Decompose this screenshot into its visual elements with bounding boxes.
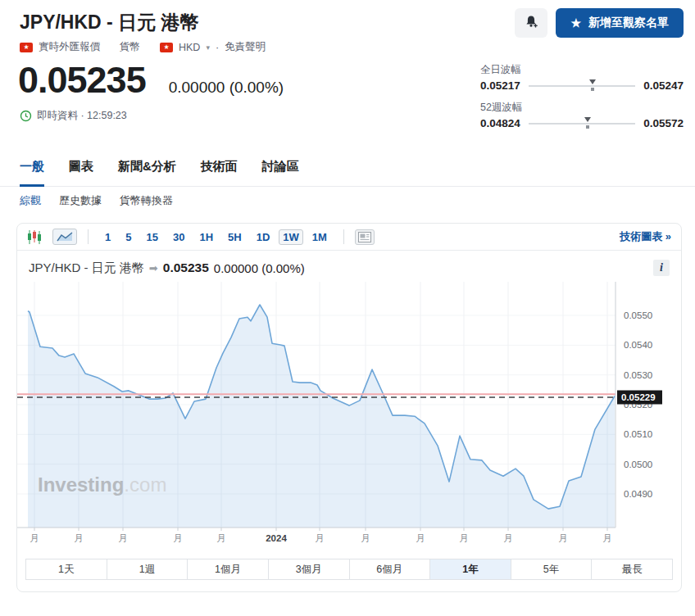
week52-range-label: 52週波幅 — [480, 101, 684, 115]
breadcrumb-quote-type: 實時外匯報價 — [39, 40, 100, 54]
realtime-status: 即時資料 · 12:59:23 — [20, 109, 127, 123]
range-6months[interactable]: 6個月 — [350, 559, 431, 579]
chart-card: 1 5 15 30 1H 5H 1D 1W 1M 技術圖表 » JPY/HKD … — [16, 223, 682, 592]
range-max[interactable]: 最長 — [592, 559, 672, 579]
hk-flag-icon: ★ — [20, 43, 33, 52]
range-selector: 1天 1週 1個月 3個月 6個月 1年 5年 最長 — [25, 559, 673, 580]
breadcrumb-dot: · — [216, 42, 219, 53]
header-actions: ★ 新增至觀察名單 — [515, 8, 684, 38]
svg-text:月: 月 — [30, 533, 39, 543]
svg-text:月: 月 — [173, 533, 183, 543]
day-range-high: 0.05247 — [643, 79, 684, 92]
add-to-watchlist-button[interactable]: ★ 新增至觀察名單 — [556, 8, 684, 38]
alert-bell-button[interactable] — [515, 8, 547, 38]
tab-general[interactable]: 一般 — [20, 156, 44, 187]
area-chart-icon[interactable] — [52, 229, 77, 245]
week52-range-track — [529, 123, 635, 125]
watchlist-button-label: 新增至觀察名單 — [588, 16, 669, 30]
currency-dropdown[interactable]: HKD — [179, 42, 200, 53]
svg-text:月: 月 — [216, 533, 226, 543]
svg-text:月: 月 — [315, 533, 325, 543]
interval-1m[interactable]: 1M — [307, 229, 333, 245]
chart-change: 0.00000 (0.00%) — [214, 261, 305, 275]
subtab-currency-converter[interactable]: 貨幣轉換器 — [120, 193, 173, 208]
tab-news-analysis[interactable]: 新聞&分析 — [118, 156, 176, 186]
svg-text:月: 月 — [558, 533, 568, 543]
svg-text:月: 月 — [459, 533, 469, 543]
hk-flag-icon: ★ — [160, 43, 173, 52]
svg-text:0.0500: 0.0500 — [624, 460, 652, 469]
svg-text:月: 月 — [416, 533, 425, 543]
chart-pair-title: JPY/HKD - 日元 港幣 — [29, 260, 144, 276]
current-price: 0.05235 — [18, 59, 146, 102]
range-1week[interactable]: 1週 — [107, 559, 189, 579]
week52-range-low: 0.04824 — [480, 117, 520, 129]
breadcrumb-currency-section[interactable]: 貨幣 — [120, 40, 140, 54]
svg-text:0.0530: 0.0530 — [624, 370, 652, 380]
range-1month[interactable]: 1個月 — [188, 559, 269, 579]
chart-price: 0.05235 — [163, 260, 209, 275]
week52-range-high: 0.05572 — [643, 117, 684, 129]
chart-title-row: JPY/HKD - 日元 港幣 ➡ 0.05235 0.00000 (0.00%… — [17, 251, 681, 280]
bell-plus-icon — [524, 14, 539, 32]
svg-text:月: 月 — [503, 533, 513, 543]
price-chart-svg[interactable]: 月月月月月2024月月月月月月月Investing.com0.05500.054… — [17, 282, 681, 547]
day-range-stat: 全日波幅 0.05217 0.05247 — [480, 63, 684, 92]
interval-30[interactable]: 30 — [167, 229, 190, 245]
interval-1w[interactable]: 1W — [279, 229, 303, 245]
range-stats: 全日波幅 0.05217 0.05247 52週波幅 0.04824 0.055… — [480, 63, 684, 138]
main-tabs: 一般 圖表 新聞&分析 技術面 討論區 — [0, 156, 695, 187]
tab-discussions[interactable]: 討論區 — [262, 156, 299, 186]
tab-charts[interactable]: 圖表 — [69, 156, 93, 186]
range-3months[interactable]: 3個月 — [269, 559, 350, 579]
interval-5[interactable]: 5 — [120, 229, 137, 245]
interval-1d[interactable]: 1D — [251, 229, 276, 245]
technical-chart-link[interactable]: 技術圖表 » — [620, 229, 671, 244]
clock-icon — [20, 110, 32, 122]
candlestick-chart-icon[interactable] — [27, 230, 42, 244]
sub-tabs: 綜觀 歷史數據 貨幣轉換器 — [20, 193, 173, 208]
info-icon[interactable]: i — [653, 260, 670, 276]
svg-text:月: 月 — [361, 533, 370, 543]
realtime-text: 即時資料 · 12:59:23 — [37, 109, 127, 123]
svg-text:0.05229: 0.05229 — [621, 392, 656, 402]
range-1day[interactable]: 1天 — [26, 559, 107, 579]
svg-text:0.0510: 0.0510 — [624, 429, 652, 439]
range-5years[interactable]: 5年 — [511, 559, 593, 579]
page-title: JPY/HKD - 日元 港幣 — [20, 10, 199, 35]
star-icon: ★ — [570, 16, 581, 29]
interval-1h[interactable]: 1H — [193, 229, 219, 245]
day-range-track — [529, 85, 635, 87]
interval-15[interactable]: 15 — [140, 229, 163, 245]
svg-text:0.0540: 0.0540 — [624, 340, 652, 350]
price-block: 0.05235 0.00000 (0.00%) — [18, 59, 284, 102]
news-overlay-icon[interactable] — [355, 229, 375, 245]
toolbar-divider — [88, 229, 89, 244]
svg-text:2024: 2024 — [266, 533, 287, 543]
interval-1[interactable]: 1 — [99, 229, 116, 245]
interval-buttons: 1 5 15 30 1H 5H 1D 1W 1M — [99, 229, 333, 245]
svg-text:Investing.com: Investing.com — [38, 473, 166, 496]
svg-text:0.0490: 0.0490 — [624, 489, 652, 499]
subtab-historical-data[interactable]: 歷史數據 — [59, 193, 102, 208]
toolbar-divider — [343, 229, 344, 244]
breadcrumb: ★ 實時外匯報價 貨幣 ★ HKD ▾ · 免責聲明 — [20, 40, 266, 54]
chevron-down-icon[interactable]: ▾ — [206, 43, 210, 52]
svg-text:0.0550: 0.0550 — [624, 310, 652, 320]
price-change: 0.00000 (0.00%) — [169, 79, 284, 97]
right-arrow-icon: ➡ — [149, 262, 158, 274]
tab-technical[interactable]: 技術面 — [201, 156, 238, 186]
range-1year[interactable]: 1年 — [430, 559, 511, 579]
chart-toolbar: 1 5 15 30 1H 5H 1D 1W 1M 技術圖表 » — [17, 224, 681, 251]
disclaimer-link[interactable]: 免責聲明 — [225, 40, 266, 54]
day-range-low: 0.05217 — [480, 79, 520, 92]
interval-5h[interactable]: 5H — [222, 229, 248, 245]
subtab-overview[interactable]: 綜觀 — [20, 193, 41, 208]
svg-text:月: 月 — [74, 533, 84, 543]
svg-text:月: 月 — [118, 533, 128, 543]
week52-range-stat: 52週波幅 0.04824 0.05572 — [480, 101, 684, 129]
svg-text:月: 月 — [602, 533, 612, 543]
day-range-label: 全日波幅 — [480, 63, 684, 77]
